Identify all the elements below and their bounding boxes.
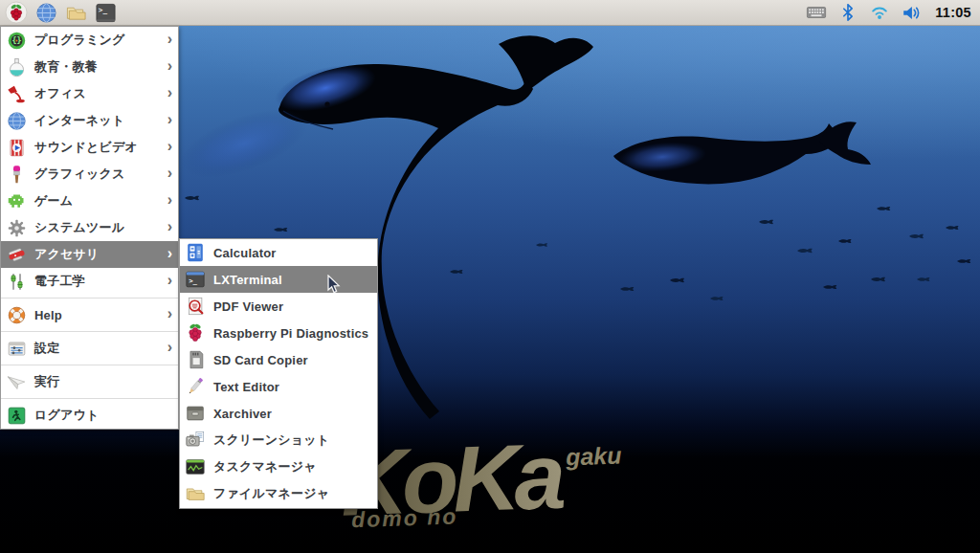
menu-item-label: ゲーム [34, 192, 160, 210]
file-manager-launcher[interactable] [64, 1, 87, 24]
menu-item-logout[interactable]: ログアウト [1, 402, 178, 429]
screenshot-icon [185, 430, 206, 451]
keyboard-icon [806, 2, 827, 23]
submenu-arrow-icon: › [167, 58, 172, 76]
menu-item-label: プログラミング [34, 32, 160, 49]
submenu-item-label: スクリーンショット [213, 431, 371, 449]
lxterminal-icon: >_ [185, 269, 206, 290]
raspberry-icon [5, 1, 28, 24]
text-editor-icon [185, 376, 206, 397]
menu-item-label: 設定 [34, 340, 160, 357]
settings-icon [6, 338, 27, 359]
terminal-launcher[interactable]: >_ [94, 1, 117, 24]
menu-item-programming[interactable]: {} プログラミング › [1, 27, 178, 54]
submenu-item-label: Raspberry Pi Diagnostics [213, 326, 371, 341]
submenu-arrow-icon: › [167, 340, 172, 357]
submenu-arrow-icon: › [167, 192, 172, 210]
pdf-viewer-icon [185, 296, 206, 317]
submenu-item-lxterminal[interactable]: >_ LXTerminal [180, 266, 377, 293]
submenu-item-sd-card-copier[interactable]: SD Card Copier [180, 346, 377, 373]
menu-item-label: オフィス [34, 85, 160, 102]
menu-item-settings[interactable]: 設定 › [1, 335, 178, 362]
svg-text:>_: >_ [189, 276, 197, 285]
menu-item-run[interactable]: 実行 [1, 368, 178, 395]
menu-item-system-tools[interactable]: システムツール › [1, 214, 178, 241]
menu-item-accessories[interactable]: アクセサリ › [1, 241, 178, 268]
web-browser-launcher[interactable] [34, 1, 57, 24]
submenu-item-task-manager[interactable]: タスクマネージャ [180, 453, 377, 480]
help-icon [6, 304, 27, 325]
menu-item-office[interactable]: オフィス › [1, 80, 178, 107]
sd-card-icon [185, 349, 206, 370]
submenu-item-label: Calculator [213, 246, 371, 260]
calculator-icon [185, 242, 206, 263]
submenu-arrow-icon: › [167, 273, 172, 290]
taskbar: >_ [0, 0, 980, 26]
menu-separator [1, 298, 178, 299]
programming-icon: {} [6, 30, 27, 51]
submenu-arrow-icon: › [167, 139, 172, 156]
electronics-icon [6, 271, 27, 292]
menu-item-electronics[interactable]: 電子工学 › [1, 268, 178, 295]
menu-item-help[interactable]: Help › [1, 301, 178, 328]
menu-item-label: 実行 [34, 373, 172, 390]
submenu-item-label: ファイルマネージャ [213, 485, 371, 502]
submenu-item-xarchiver[interactable]: Xarchiver [180, 400, 377, 427]
submenu-arrow-icon: › [167, 32, 172, 49]
globe-icon [35, 2, 57, 24]
wifi-icon [869, 2, 890, 23]
graphics-icon [6, 164, 27, 185]
education-icon [6, 56, 27, 77]
menu-item-label: Help [34, 308, 160, 322]
menu-item-sound-video[interactable]: サウンドとビデオ › [1, 134, 178, 161]
office-icon [6, 83, 27, 104]
svg-text:>_: >_ [98, 5, 107, 13]
file-manager-icon [185, 483, 206, 504]
submenu-item-screenshot[interactable]: スクリーンショット [180, 427, 377, 453]
bluetooth-icon [838, 2, 858, 23]
menu-item-education[interactable]: 教育・教養 › [1, 54, 178, 80]
archive-icon [185, 403, 206, 424]
menu-item-label: システムツール [34, 219, 160, 236]
accessories-submenu: Calculator >_ LXTerminal PDF Viewer [179, 238, 378, 509]
menu-separator [1, 365, 178, 365]
submenu-item-file-manager[interactable]: ファイルマネージャ [180, 480, 377, 507]
menu-item-graphics[interactable]: グラフィックス › [1, 161, 178, 188]
menu-item-label: インターネット [34, 112, 160, 129]
sound-video-icon [6, 137, 27, 158]
applications-menu-button[interactable] [5, 1, 28, 24]
koka-logo-gaku: gaku [565, 441, 622, 470]
folders-icon [65, 2, 87, 24]
wifi-indicator[interactable] [869, 2, 890, 23]
submenu-arrow-icon: › [167, 85, 172, 102]
submenu-item-calculator[interactable]: Calculator [180, 239, 377, 266]
submenu-item-label: Xarchiver [213, 407, 371, 421]
system-tools-icon [6, 217, 27, 238]
menu-item-internet[interactable]: インターネット › [1, 107, 178, 134]
menu-item-label: グラフィックス [34, 166, 160, 183]
menu-separator [1, 331, 178, 332]
submenu-arrow-icon: › [167, 306, 172, 323]
mouse-cursor [327, 275, 343, 296]
run-icon [6, 371, 27, 392]
submenu-item-label: タスクマネージャ [213, 458, 371, 476]
clock[interactable]: 11:05 [935, 5, 971, 20]
submenu-item-raspberry-pi-diagnostics[interactable]: Raspberry Pi Diagnostics [180, 320, 377, 346]
submenu-arrow-icon: › [167, 246, 172, 263]
submenu-item-label: Text Editor [213, 380, 371, 394]
taskbar-launchers: >_ [0, 1, 117, 24]
keyboard-indicator[interactable] [806, 2, 827, 23]
bluetooth-indicator[interactable] [837, 2, 858, 23]
raspberry-diagnostics-icon [185, 322, 206, 343]
submenu-item-label: LXTerminal [213, 273, 371, 287]
accessories-icon [6, 244, 27, 265]
volume-icon [901, 2, 922, 24]
volume-control[interactable] [901, 2, 922, 23]
games-icon [6, 190, 27, 211]
logout-icon [6, 405, 27, 426]
submenu-item-text-editor[interactable]: Text Editor [180, 373, 377, 400]
menu-item-games[interactable]: ゲーム › [1, 188, 178, 214]
submenu-item-pdf-viewer[interactable]: PDF Viewer [180, 293, 377, 320]
menu-separator [1, 398, 178, 399]
menu-item-label: 教育・教養 [34, 58, 160, 76]
